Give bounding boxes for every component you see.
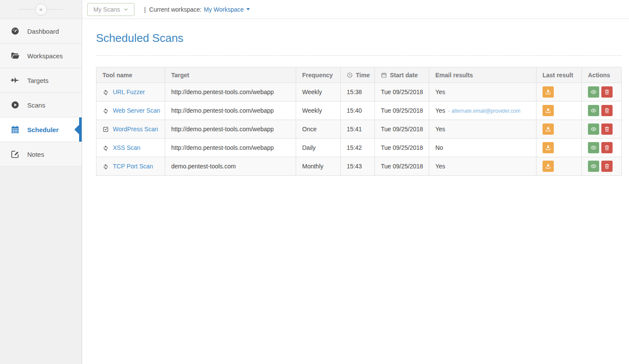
target-cell: http://demo.pentest-tools.com/webapp [165, 139, 296, 157]
actions-cell [582, 83, 622, 101]
tool-name-cell: WordPress Scan [96, 120, 165, 139]
scans-icon [10, 100, 20, 110]
sidebar-item-label: Scheduler [27, 126, 59, 133]
time-cell: 15:40 [341, 101, 375, 120]
delete-scan-button[interactable] [601, 123, 613, 135]
tool-name-link[interactable]: TCP Port Scan [113, 163, 153, 170]
target-cell: demo.pentest-tools.com [165, 157, 296, 176]
tool-name-cell: URL Fuzzer [96, 83, 165, 101]
sidebar-collapse-bar: « [0, 0, 82, 19]
refresh-icon [102, 145, 109, 151]
email-results-value: Yes [435, 163, 445, 170]
page-title: Scheduled Scans [96, 32, 621, 56]
trash-icon [604, 108, 610, 114]
eye-icon [591, 126, 597, 132]
download-last-result-button[interactable] [543, 142, 554, 153]
tool-name-link[interactable]: WordPress Scan [113, 126, 158, 133]
last-result-cell [536, 101, 582, 120]
email-results-cell: Yes- alternate.email@provider.com [429, 101, 536, 120]
sidebar-item-workspaces[interactable]: Workspaces [0, 44, 82, 68]
time-cell: 15:43 [341, 157, 375, 176]
main-area: My Scans | Current workspace: My Workspa… [82, 0, 629, 364]
sidebar-nav: Dashboard Workspaces Targets Scans Sched… [0, 19, 82, 167]
frequency-cell: Monthly [296, 157, 341, 176]
targets-icon [10, 76, 20, 85]
actions-cell [582, 139, 622, 157]
sidebar-item-targets[interactable]: Targets [0, 68, 82, 93]
column-header-frequency: Frequency [296, 67, 341, 83]
last-result-cell [536, 139, 582, 157]
trash-icon [604, 126, 610, 132]
my-scans-dropdown[interactable]: My Scans [87, 3, 134, 16]
last-result-cell [536, 83, 582, 101]
table-row: Web Server Scanhttp://demo.pentest-tools… [96, 101, 622, 120]
email-results-value: No [435, 144, 443, 151]
target-cell: http://demo.pentest-tools.com/webapp [165, 101, 296, 120]
delete-scan-button[interactable] [601, 142, 613, 153]
sidebar-item-label: Dashboard [27, 28, 59, 35]
workspace-dropdown-link[interactable]: My Workspace [204, 6, 250, 13]
table-header-row: Tool nameTargetFrequencyTimeStart dateEm… [96, 67, 622, 83]
calendar-icon [381, 72, 387, 78]
view-scan-button[interactable] [588, 161, 599, 172]
sidebar-item-scheduler[interactable]: Scheduler [0, 117, 82, 142]
view-scan-button[interactable] [588, 86, 599, 98]
tool-name-link[interactable]: URL Fuzzer [113, 89, 145, 95]
trash-icon [604, 163, 610, 169]
download-last-result-button[interactable] [543, 86, 554, 98]
scheduled-scans-table: Tool nameTargetFrequencyTimeStart dateEm… [96, 67, 622, 176]
sidebar-item-label: Notes [27, 151, 44, 158]
download-icon [545, 89, 551, 95]
sidebar-item-label: Scans [27, 101, 45, 109]
delete-scan-button[interactable] [601, 161, 613, 172]
sidebar-item-dashboard[interactable]: Dashboard [0, 19, 82, 44]
frequency-cell: Weekly [296, 83, 341, 101]
download-last-result-button[interactable] [543, 105, 554, 116]
view-scan-button[interactable] [588, 123, 599, 135]
frequency-cell: Daily [296, 139, 341, 157]
workspaces-icon [10, 51, 20, 60]
email-results-value: Yes [435, 126, 445, 133]
sidebar-item-scans[interactable]: Scans [0, 93, 82, 117]
column-header-email-results: Email results [429, 67, 536, 83]
delete-scan-button[interactable] [601, 86, 613, 98]
email-results-cell: Yes [429, 157, 536, 176]
caret-down-icon [246, 8, 250, 10]
sidebar-collapse-button[interactable]: « [35, 3, 47, 16]
sidebar: « Dashboard Workspaces Targets Scans [0, 0, 82, 364]
refresh-icon [102, 163, 109, 170]
frequency-cell: Weekly [296, 101, 341, 120]
delete-scan-button[interactable] [601, 105, 613, 116]
sidebar-item-notes[interactable]: Notes [0, 142, 82, 167]
column-header-last-result: Last result [536, 67, 582, 83]
tool-name-link[interactable]: Web Server Scan [113, 107, 160, 114]
actions-cell [582, 101, 622, 120]
view-scan-button[interactable] [588, 142, 599, 153]
refresh-icon [102, 108, 109, 114]
tool-name-link[interactable]: XSS Scan [113, 144, 140, 151]
trash-icon [604, 145, 610, 151]
tool-name-cell: TCP Port Scan [96, 157, 165, 176]
view-scan-button[interactable] [588, 105, 599, 116]
download-icon [545, 163, 551, 169]
scheduled-scans-table-wrap: Tool nameTargetFrequencyTimeStart dateEm… [96, 67, 621, 176]
notes-icon [10, 149, 20, 159]
column-header-tool-name: Tool name [96, 67, 165, 83]
download-icon [545, 145, 551, 151]
start-date-cell: Tue 09/25/2018 [375, 120, 429, 139]
email-results-value: Yes [435, 89, 445, 95]
email-results-cell: No [429, 139, 536, 157]
sidebar-spacer [0, 167, 82, 364]
time-cell: 15:42 [341, 139, 375, 157]
last-result-cell [536, 157, 582, 176]
download-last-result-button[interactable] [543, 161, 554, 172]
alternate-email-link[interactable]: alternate.email@provider.com [451, 108, 520, 114]
table-row: URL Fuzzerhttp://demo.pentest-tools.com/… [96, 83, 622, 101]
download-last-result-button[interactable] [543, 123, 554, 135]
email-results-cell: Yes [429, 83, 536, 101]
topbar-separator: | [144, 6, 146, 13]
dashboard-icon [10, 26, 20, 36]
sidebar-item-label: Workspaces [27, 52, 63, 60]
check-square-icon [102, 126, 109, 133]
column-header-actions: Actions [582, 67, 622, 83]
